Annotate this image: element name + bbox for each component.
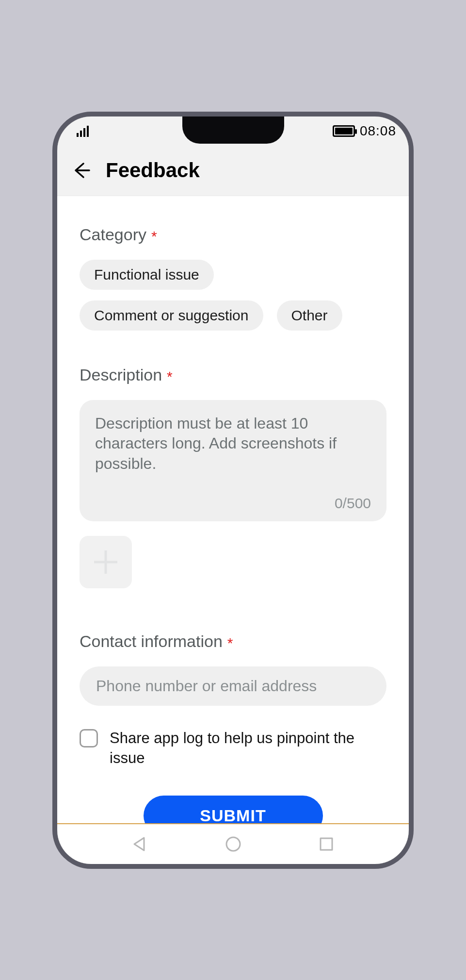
back-button[interactable] <box>72 161 91 180</box>
contact-label-text: Contact information <box>80 632 223 651</box>
square-recent-icon <box>319 836 334 852</box>
description-char-counter: 0/500 <box>95 495 371 512</box>
submit-button[interactable]: SUBMIT <box>144 796 323 823</box>
category-chips: Functional issue Comment or suggestion O… <box>80 260 386 331</box>
plus-icon <box>94 550 117 574</box>
add-attachment-button[interactable] <box>80 536 132 588</box>
system-nav-bar <box>57 823 409 864</box>
category-label: Category * <box>80 225 386 244</box>
content-area: Category * Functional issue Comment or s… <box>57 196 409 823</box>
chip-functional-issue[interactable]: Functional issue <box>80 260 214 290</box>
circle-home-icon <box>225 835 242 853</box>
status-left <box>77 125 89 137</box>
description-input[interactable] <box>95 414 371 491</box>
contact-label: Contact information * <box>80 632 386 651</box>
triangle-back-icon <box>131 836 148 852</box>
required-star-icon: * <box>227 635 233 651</box>
page-title: Feedback <box>106 159 200 182</box>
nav-home-button[interactable] <box>223 833 244 855</box>
svg-rect-1 <box>321 838 332 850</box>
nav-recent-button[interactable] <box>316 833 337 855</box>
app-header: Feedback <box>57 146 409 196</box>
svg-point-0 <box>226 837 240 851</box>
description-box: 0/500 <box>80 400 386 521</box>
share-log-row: Share app log to help us pinpoint the is… <box>80 728 386 769</box>
category-label-text: Category <box>80 225 146 244</box>
battery-icon <box>333 125 355 137</box>
arrow-left-icon <box>72 161 91 180</box>
chip-comment-suggestion[interactable]: Comment or suggestion <box>80 300 263 331</box>
contact-input[interactable] <box>80 666 386 706</box>
share-log-label: Share app log to help us pinpoint the is… <box>110 728 386 769</box>
share-log-checkbox[interactable] <box>80 729 98 747</box>
status-right: 08:08 <box>333 123 396 139</box>
notch <box>182 115 284 144</box>
description-label: Description * <box>80 365 386 384</box>
nav-back-button[interactable] <box>129 833 150 855</box>
submit-row: SUBMIT <box>80 796 386 823</box>
chip-other[interactable]: Other <box>277 300 342 331</box>
contact-input-wrap <box>80 666 386 706</box>
phone-frame: 08:08 Feedback Category * Functional iss… <box>52 112 414 869</box>
required-star-icon: * <box>151 228 157 245</box>
status-time: 08:08 <box>360 123 396 139</box>
signal-icon <box>77 125 89 137</box>
description-label-text: Description <box>80 365 162 384</box>
required-star-icon: * <box>167 368 173 385</box>
